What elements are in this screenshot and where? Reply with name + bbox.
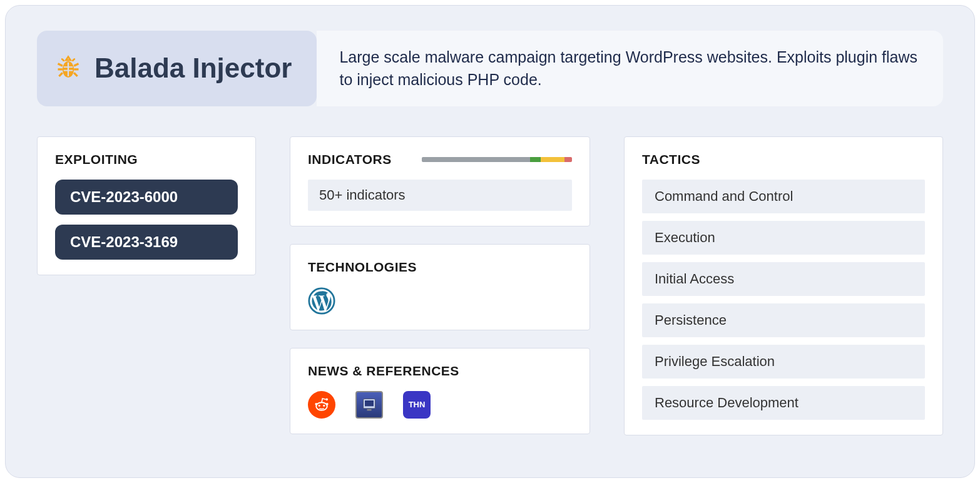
bar-segment: [530, 157, 541, 162]
panel-title-indicators: INDICATORS: [308, 152, 392, 167]
bar-segment: [564, 157, 572, 162]
svg-line-9: [74, 73, 78, 76]
header-row: Balada Injector Large scale malware camp…: [37, 31, 943, 106]
svg-point-16: [326, 402, 329, 405]
content-grid: EXPLOITING CVE-2023-6000 CVE-2023-3169 I…: [37, 136, 943, 435]
tactic-item[interactable]: Persistence: [642, 303, 925, 337]
cve-link[interactable]: CVE-2023-6000: [55, 180, 238, 215]
tactic-item[interactable]: Resource Development: [642, 386, 925, 420]
cve-link[interactable]: CVE-2023-3169: [55, 225, 238, 260]
panel-title-news: NEWS & REFERENCES: [308, 364, 459, 379]
title-box: Balada Injector: [37, 31, 317, 106]
reddit-icon[interactable]: [308, 391, 335, 419]
panel-header: EXPLOITING: [55, 152, 238, 167]
description-box: Large scale malware campaign targeting W…: [317, 31, 943, 106]
svg-line-4: [58, 64, 63, 66]
indicators-summary[interactable]: 50+ indicators: [308, 180, 572, 211]
thehackernews-icon[interactable]: THN: [403, 391, 431, 419]
technologies-panel: TECHNOLOGIES: [290, 244, 590, 330]
panel-header: NEWS & REFERENCES: [308, 364, 572, 379]
svg-point-12: [323, 404, 325, 406]
indicators-panel: INDICATORS 50+ indicators: [290, 136, 590, 226]
panel-header: TECHNOLOGIES: [308, 260, 572, 275]
panel-header: TACTICS: [642, 152, 925, 167]
indicator-severity-bar: [422, 157, 572, 162]
threat-overview-card: Balada Injector Large scale malware camp…: [5, 5, 975, 478]
svg-point-14: [325, 398, 328, 400]
bar-segment: [422, 157, 530, 162]
threat-description: Large scale malware campaign targeting W…: [339, 46, 921, 91]
svg-rect-18: [365, 400, 374, 406]
svg-point-15: [315, 402, 317, 405]
svg-line-5: [74, 64, 78, 66]
thn-label: THN: [409, 400, 426, 409]
column-tactics: TACTICS Command and ControlExecutionInit…: [624, 136, 943, 435]
column-middle: INDICATORS 50+ indicators TECHNOLOGIES: [290, 136, 590, 435]
svg-line-8: [59, 73, 63, 76]
tactics-list: Command and ControlExecutionInitial Acce…: [642, 180, 925, 420]
tactic-item[interactable]: Privilege Escalation: [642, 345, 925, 379]
bar-segment: [541, 157, 564, 162]
bug-icon: [54, 54, 82, 82]
panel-title-exploiting: EXPLOITING: [55, 152, 138, 167]
svg-rect-19: [367, 409, 372, 410]
tactics-panel: TACTICS Command and ControlExecutionInit…: [624, 136, 943, 435]
bleepingcomputer-icon[interactable]: [355, 391, 383, 419]
column-exploiting: EXPLOITING CVE-2023-6000 CVE-2023-3169: [37, 136, 256, 435]
exploiting-panel: EXPLOITING CVE-2023-6000 CVE-2023-3169: [37, 136, 256, 275]
threat-title: Balada Injector: [94, 53, 292, 84]
news-icons: THN: [308, 391, 572, 419]
panel-title-tactics: TACTICS: [642, 152, 700, 167]
wordpress-icon[interactable]: [308, 287, 335, 315]
tactic-item[interactable]: Execution: [642, 221, 925, 255]
svg-point-11: [319, 404, 320, 406]
tech-icons: [308, 287, 572, 315]
cve-list: CVE-2023-6000 CVE-2023-3169: [55, 180, 238, 260]
news-panel: NEWS & REFERENCES: [290, 348, 590, 434]
panel-header: INDICATORS: [308, 152, 572, 167]
tactic-item[interactable]: Initial Access: [642, 262, 925, 296]
panel-title-technologies: TECHNOLOGIES: [308, 260, 417, 275]
tactic-item[interactable]: Command and Control: [642, 180, 925, 213]
